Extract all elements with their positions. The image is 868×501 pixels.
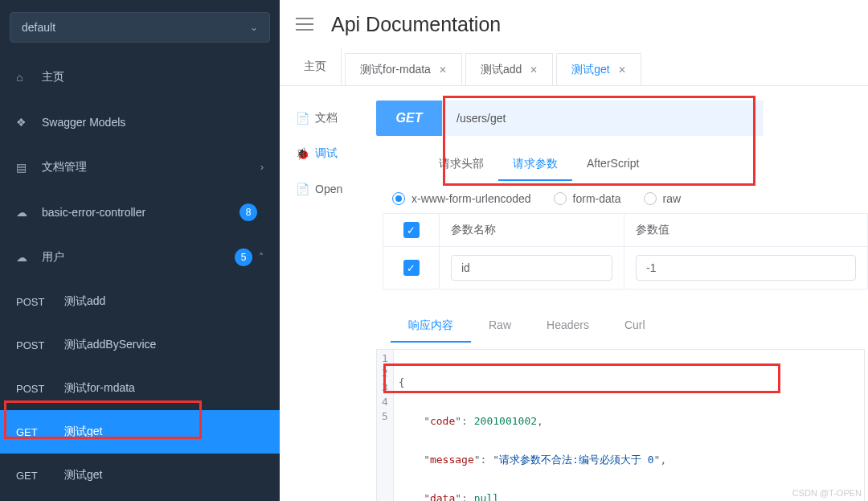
sidebar-item-label: 主页 <box>42 70 264 84</box>
project-selector[interactable]: default ⌄ <box>10 12 270 43</box>
tab-item[interactable]: 测试for-mdata✕ <box>345 53 462 85</box>
page-icon: 📄 <box>296 183 310 195</box>
resp-tab-body[interactable]: 响应内容 <box>391 310 471 343</box>
response-code: 12345 { "code": 2001001002, "message": "… <box>376 349 865 501</box>
param-value-input[interactable] <box>636 255 856 281</box>
content-body: 📄文档 🐞调试 📄Open GET /users/get 请求头部 请求参数 A… <box>280 86 868 501</box>
select-all-cell: ✓ <box>383 214 440 246</box>
file-icon: ▤ <box>16 161 32 174</box>
gutter: 12345 <box>377 350 394 501</box>
subtab-afterscript[interactable]: AfterScript <box>572 149 653 181</box>
resp-tab-raw[interactable]: Raw <box>471 310 529 343</box>
chevron-down-icon: › <box>260 162 264 173</box>
radio-dot-icon <box>392 192 405 205</box>
radio-label: x-www-form-urlencoded <box>411 192 531 205</box>
close-icon[interactable]: ✕ <box>439 64 447 76</box>
tab-item[interactable]: 测试add✕ <box>465 53 553 85</box>
cloud-icon: ☁ <box>16 251 32 264</box>
close-icon[interactable]: ✕ <box>530 64 538 76</box>
page-title: Api Documentation <box>331 13 501 36</box>
chevron-up-icon: ˄ <box>259 252 264 263</box>
sidebar-sub-item[interactable]: POST测试for-mdata <box>0 367 280 410</box>
nav-debug[interactable]: 🐞调试 <box>280 136 376 171</box>
method-label: POST <box>16 383 64 395</box>
param-name-cell <box>440 247 624 289</box>
menu-toggle-icon[interactable] <box>296 14 313 35</box>
method-label: GET <box>16 470 64 482</box>
params-header-row: ✓ 参数名称 参数值 <box>383 214 868 247</box>
resp-tab-headers[interactable]: Headers <box>529 310 607 343</box>
topbar: Api Documentation <box>280 0 868 48</box>
checkbox[interactable]: ✓ <box>403 222 420 238</box>
sidebar: default ⌄ ⌂ 主页 ❖ Swagger Models ▤ 文档管理 ›… <box>0 0 280 501</box>
left-nav: 📄文档 🐞调试 📄Open <box>280 86 376 501</box>
close-icon[interactable]: ✕ <box>618 64 626 76</box>
sidebar-item-label: 文档管理 <box>42 160 260 175</box>
col-value: 参数值 <box>624 214 868 246</box>
sidebar-sub-item[interactable]: GET测试get <box>0 410 280 454</box>
request-url-row: GET /users/get <box>376 101 868 136</box>
radio-raw[interactable]: raw <box>644 192 682 205</box>
source[interactable]: { "code": 2001001002, "message": "请求参数不合… <box>394 350 864 501</box>
tab-label: 测试for-mdata <box>360 63 431 77</box>
endpoint-label: 测试add <box>64 294 105 309</box>
radio-formdata[interactable]: form-data <box>554 192 621 205</box>
method-label: POST <box>16 296 64 308</box>
radio-urlencoded[interactable]: x-www-form-urlencoded <box>392 192 531 205</box>
request-subtabs: 请求头部 请求参数 AfterScript <box>424 149 868 181</box>
main-panel: Api Documentation 主页 测试for-mdata✕ 测试add✕… <box>280 0 868 501</box>
tab-label: 测试get <box>571 63 609 77</box>
param-name-input[interactable] <box>451 255 612 281</box>
bug-icon: 🐞 <box>296 147 310 160</box>
radio-label: form-data <box>573 192 621 205</box>
sidebar-sub-item[interactable]: GET测试get <box>0 454 280 497</box>
count-badge: 8 <box>240 203 257 221</box>
radio-dot-icon <box>554 192 567 205</box>
sidebar-item-swagger-models[interactable]: ❖ Swagger Models <box>0 100 280 145</box>
subtab-params[interactable]: 请求参数 <box>498 149 572 181</box>
sidebar-sub-item[interactable]: POST测试add <box>0 280 280 323</box>
tab-home[interactable]: 主页 <box>289 48 342 85</box>
nav-open[interactable]: 📄Open <box>280 171 376 207</box>
endpoint-label: 测试get <box>64 425 102 439</box>
project-selector-value: default <box>22 21 55 34</box>
sidebar-item-label: 用户 <box>42 250 235 265</box>
resp-tab-curl[interactable]: Curl <box>607 310 663 343</box>
body-type-radios: x-www-form-urlencoded form-data raw <box>392 192 868 205</box>
watermark: CSDN @T-OPEN <box>792 488 862 498</box>
param-value-cell <box>624 247 868 289</box>
nav-label: Open <box>315 183 342 195</box>
sidebar-item-label: Swagger Models <box>42 116 264 129</box>
cube-icon: ❖ <box>16 116 32 129</box>
params-row: ✓ <box>383 247 868 289</box>
chevron-down-icon: ⌄ <box>250 22 258 33</box>
nav-label: 文档 <box>315 111 338 125</box>
sidebar-item-label: basic-error-controller <box>42 206 240 219</box>
checkbox[interactable]: ✓ <box>403 260 420 276</box>
right-panel: GET /users/get 请求头部 请求参数 AfterScript x-w… <box>376 86 868 501</box>
radio-dot-icon <box>644 192 657 205</box>
nav-label: 调试 <box>315 146 338 161</box>
row-check-cell: ✓ <box>383 247 440 289</box>
project-selector-wrap: default ⌄ <box>0 0 280 55</box>
params-table: ✓ 参数名称 参数值 ✓ <box>383 213 868 290</box>
radio-label: raw <box>663 192 682 205</box>
col-name: 参数名称 <box>440 214 624 246</box>
tab-label: 测试add <box>481 63 522 77</box>
nav-doc[interactable]: 📄文档 <box>280 101 376 136</box>
sidebar-item-home[interactable]: ⌂ 主页 <box>0 55 280 100</box>
method-badge: GET <box>376 101 442 136</box>
sidebar-item-users[interactable]: ☁ 用户 5 ˄ <box>0 235 280 280</box>
endpoint-label: 测试get <box>64 468 102 483</box>
method-label: GET <box>16 426 64 438</box>
endpoint-label: 测试for-mdata <box>64 381 135 396</box>
tab-item[interactable]: 测试get✕ <box>556 53 641 85</box>
count-badge: 5 <box>235 248 252 266</box>
sidebar-item-basic-error-controller[interactable]: ☁ basic-error-controller 8 <box>0 190 280 235</box>
method-label: POST <box>16 339 64 351</box>
doc-icon: 📄 <box>296 112 310 125</box>
subtab-headers[interactable]: 请求头部 <box>424 149 498 181</box>
sidebar-sub-item[interactable]: POST测试addByService <box>0 323 280 367</box>
sidebar-item-doc-manage[interactable]: ▤ 文档管理 › <box>0 145 280 190</box>
endpoint-label: 测试addByService <box>64 338 156 352</box>
